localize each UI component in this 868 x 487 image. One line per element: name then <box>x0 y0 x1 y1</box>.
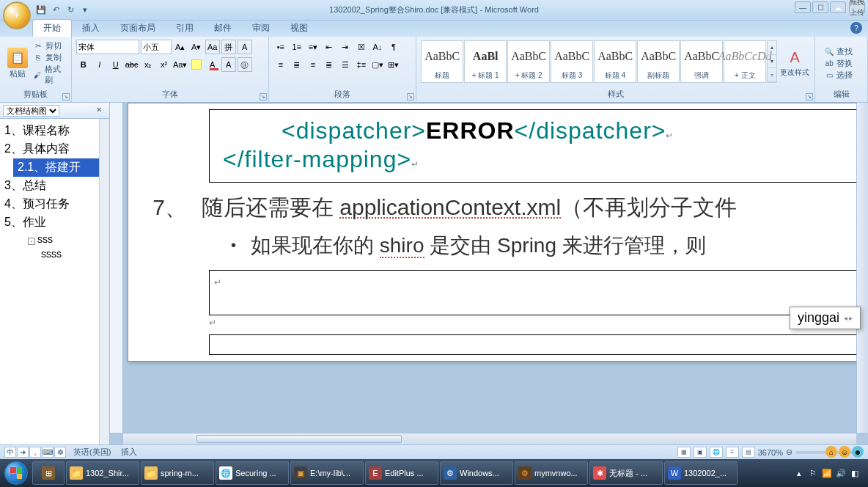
style-heading4[interactable]: AaBbC标题 4 <box>594 40 636 83</box>
shrink-font-button[interactable]: A▾ <box>189 40 204 54</box>
tab-insert[interactable]: 插入 <box>72 20 110 37</box>
tray-flag-icon[interactable]: ⚐ <box>808 468 818 478</box>
qat-more-icon[interactable]: ▾ <box>79 4 91 16</box>
subscript-button[interactable]: x₂ <box>141 57 155 72</box>
office-button[interactable]: ✦ <box>3 1 31 29</box>
nav-item-sss[interactable]: -sss <box>23 232 109 246</box>
tab-home[interactable]: 开始 <box>32 19 72 37</box>
nav-item-2-1[interactable]: 2.1、搭建开 <box>13 158 109 177</box>
page[interactable]: <dispatcher>ERROR</dispatcher>↵ </filter… <box>128 103 868 362</box>
grow-font-button[interactable]: A▴ <box>173 40 188 54</box>
view-outline[interactable]: ≡ <box>726 447 739 458</box>
find-button[interactable]: 🔍查找 <box>824 46 853 57</box>
style-subtitle[interactable]: AaBbC副标题 <box>637 40 680 83</box>
style-title[interactable]: AaBbC标题 <box>421 40 463 83</box>
task-item[interactable]: 🌐Securing ... <box>216 461 289 485</box>
style-gallery-more[interactable]: ▴▾▿ <box>767 40 777 83</box>
clipboard-launcher[interactable]: ↘ <box>62 93 70 100</box>
ime-mode-icon[interactable]: 中 <box>4 447 16 458</box>
maximize-button[interactable]: ☐ <box>812 1 828 13</box>
justify-button[interactable]: ≣ <box>322 57 336 72</box>
select-button[interactable]: ▭选择 <box>824 70 853 81</box>
pinned-app[interactable]: ⊞ <box>32 461 65 485</box>
style-heading2[interactable]: AaBbC+ 标题 2 <box>507 40 550 83</box>
tray-up-icon[interactable]: ▴ <box>794 468 804 478</box>
help-icon[interactable]: ? <box>850 22 862 34</box>
char-border-button[interactable]: A <box>238 40 252 54</box>
phonetic-button[interactable]: 拼 <box>221 40 236 54</box>
task-item[interactable]: W1302002_... <box>664 461 738 485</box>
task-item[interactable]: 📁spring-m... <box>141 461 214 485</box>
underline-button[interactable]: U <box>108 57 123 72</box>
face-icon[interactable]: ☻ <box>852 446 864 458</box>
ime-status[interactable]: 中 ➔ ， ⌨ ☸ <box>4 447 66 458</box>
tab-references[interactable]: 引用 <box>166 20 204 37</box>
distribute-button[interactable]: ☰ <box>338 57 353 72</box>
font-color-button[interactable]: A <box>205 57 220 72</box>
task-item[interactable]: ✱无标题 - ... <box>589 461 663 485</box>
tab-review[interactable]: 审阅 <box>242 20 280 37</box>
multilevel-button[interactable]: ≡▾ <box>306 40 320 54</box>
font-size-select[interactable] <box>141 40 172 54</box>
view-web[interactable]: 🌐 <box>710 447 723 458</box>
zoom-out-button[interactable]: ⊖ <box>786 447 792 457</box>
task-item[interactable]: 📁1302_Shir... <box>66 461 139 485</box>
indent-dec-button[interactable]: ⇤ <box>322 40 336 54</box>
font-launcher[interactable]: ↘ <box>260 93 267 100</box>
task-item[interactable]: EEditPlus ... <box>365 461 438 485</box>
vertical-ruler[interactable] <box>110 103 123 433</box>
face-icon[interactable]: ☺ <box>839 446 850 458</box>
char-shading-button[interactable]: A <box>221 57 236 72</box>
face-icon[interactable]: ⌂ <box>825 446 837 458</box>
align-left-button[interactable]: ≡ <box>273 57 288 72</box>
save-icon[interactable]: 💾 <box>35 4 47 16</box>
view-print-layout[interactable]: ▦ <box>677 447 691 458</box>
ime-prev-icon[interactable]: ◂ <box>844 314 847 322</box>
view-fullscreen[interactable]: ▣ <box>694 447 707 458</box>
share-icon[interactable]: ☁ <box>830 1 846 13</box>
minimize-button[interactable]: — <box>795 1 811 13</box>
highlight-button[interactable] <box>189 57 204 72</box>
start-button[interactable] <box>1 459 31 487</box>
vertical-scrollbar[interactable] <box>856 103 868 433</box>
enclose-char-button[interactable]: ㊟ <box>238 57 252 72</box>
paste-button[interactable]: 粘贴 <box>10 68 26 79</box>
tray-misc-icon[interactable]: ◧ <box>850 468 860 478</box>
format-painter-button[interactable]: 🖌格式刷 <box>33 64 67 86</box>
cut-button[interactable]: ✂剪切 <box>33 40 67 51</box>
nav-item-1[interactable]: 1、课程名称 <box>0 122 109 140</box>
tray-volume-icon[interactable]: 🔊 <box>836 468 846 478</box>
horizontal-scrollbar[interactable] <box>123 433 856 444</box>
paste-icon[interactable]: 📋 <box>7 48 28 68</box>
redo-icon[interactable]: ↻ <box>65 4 76 16</box>
task-item[interactable]: ⚙Windows... <box>440 461 513 485</box>
nav-item-4[interactable]: 4、预习任务 <box>0 195 109 213</box>
style-emphasis[interactable]: AaBbC强调 <box>680 40 723 83</box>
ime-next-icon[interactable]: ▸ <box>849 314 853 322</box>
ime-opt-icon[interactable]: ☸ <box>54 447 66 458</box>
shading-button[interactable]: ▢▾ <box>370 57 385 72</box>
ime-punct-icon[interactable]: ， <box>29 447 41 458</box>
align-center-button[interactable]: ≣ <box>290 57 304 72</box>
zoom-level[interactable]: 3670% <box>758 448 783 457</box>
tab-layout[interactable]: 页面布局 <box>110 20 166 37</box>
replace-button[interactable]: ab替换 <box>824 58 853 69</box>
undo-icon[interactable]: ↶ <box>50 4 62 16</box>
show-marks-button[interactable]: ¶ <box>386 40 401 54</box>
tray-network-icon[interactable]: 📶 <box>822 468 832 478</box>
ime-pad-icon[interactable]: ⌨ <box>42 447 54 458</box>
italic-button[interactable]: I <box>92 57 107 72</box>
tab-mailings[interactable]: 邮件 <box>204 20 242 37</box>
ime-shape-icon[interactable]: ➔ <box>17 447 29 458</box>
nav-close-button[interactable]: ✕ <box>96 106 106 116</box>
style-heading1[interactable]: AaBl+ 标题 1 <box>464 40 507 83</box>
sort-button[interactable]: A↓ <box>370 40 385 54</box>
style-normal[interactable]: AaBbCcDd+ 正文 <box>724 40 766 83</box>
clear-format-button[interactable]: Aa <box>205 40 220 54</box>
nav-item-5[interactable]: 5、作业 <box>0 213 109 232</box>
font-name-select[interactable] <box>76 40 139 54</box>
numbering-button[interactable]: 1≡ <box>290 40 304 54</box>
status-insert-mode[interactable]: 插入 <box>118 447 140 458</box>
change-case-button[interactable]: Aa▾ <box>173 57 188 72</box>
bullets-button[interactable]: •≡ <box>273 40 288 54</box>
